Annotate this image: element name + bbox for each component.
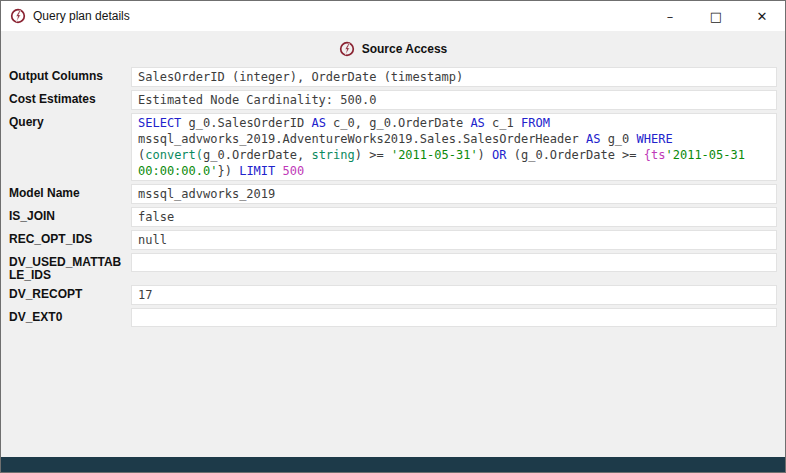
window-title: Query plan details xyxy=(33,9,130,23)
maximize-button[interactable]: □ xyxy=(693,1,739,31)
model-name-field[interactable]: mssql_advworks_2019 xyxy=(131,184,777,204)
dv-recopt-label: DV_RECOPT xyxy=(9,285,131,301)
row-dv-ext0: DV_EXT0 xyxy=(9,308,777,327)
section-title: Source Access xyxy=(362,42,448,56)
dv-ext0-label: DV_EXT0 xyxy=(9,308,131,324)
cost-estimates-field[interactable]: Estimated Node Cardinality: 500.0 xyxy=(131,90,777,110)
source-access-icon xyxy=(10,8,26,24)
is-join-field[interactable]: false xyxy=(131,207,777,227)
minimize-button[interactable]: – xyxy=(647,1,693,31)
close-button[interactable]: ✕ xyxy=(739,1,785,31)
row-output-columns: Output Columns SalesOrderID (integer), O… xyxy=(9,67,777,87)
output-columns-field[interactable]: SalesOrderID (integer), OrderDate (times… xyxy=(131,67,777,87)
query-label: Query xyxy=(9,113,131,129)
query-field[interactable]: SELECT g_0.SalesOrderID AS c_0, g_0.Orde… xyxy=(131,113,777,181)
is-join-label: IS_JOIN xyxy=(9,207,131,223)
row-rec-opt-ids: REC_OPT_IDS null xyxy=(9,230,777,250)
row-dv-recopt: DV_RECOPT 17 xyxy=(9,285,777,305)
dv-recopt-field[interactable]: 17 xyxy=(131,285,777,305)
row-model-name: Model Name mssql_advworks_2019 xyxy=(9,184,777,204)
window-controls: – □ ✕ xyxy=(647,1,785,31)
dialog-content: Source Access Output Columns SalesOrderI… xyxy=(1,31,785,457)
row-dv-used-mattable-ids: DV_USED_MATTABLE_IDS xyxy=(9,253,777,282)
titlebar: Query plan details – □ ✕ xyxy=(1,1,785,31)
row-query: Query SELECT g_0.SalesOrderID AS c_0, g_… xyxy=(9,113,777,181)
section-header: Source Access xyxy=(9,35,777,67)
rec-opt-ids-label: REC_OPT_IDS xyxy=(9,230,131,246)
dv-used-mattable-ids-label: DV_USED_MATTABLE_IDS xyxy=(9,253,131,282)
rec-opt-ids-field[interactable]: null xyxy=(131,230,777,250)
query-plan-details-window: Query plan details – □ ✕ Source Access O… xyxy=(0,0,786,473)
source-access-icon xyxy=(339,41,355,57)
dv-ext0-field[interactable] xyxy=(131,308,777,327)
bottom-status-bar xyxy=(1,457,785,472)
dv-used-mattable-ids-field[interactable] xyxy=(131,253,777,272)
cost-estimates-label: Cost Estimates xyxy=(9,90,131,106)
model-name-label: Model Name xyxy=(9,184,131,200)
row-cost-estimates: Cost Estimates Estimated Node Cardinalit… xyxy=(9,90,777,110)
output-columns-label: Output Columns xyxy=(9,67,131,83)
row-is-join: IS_JOIN false xyxy=(9,207,777,227)
